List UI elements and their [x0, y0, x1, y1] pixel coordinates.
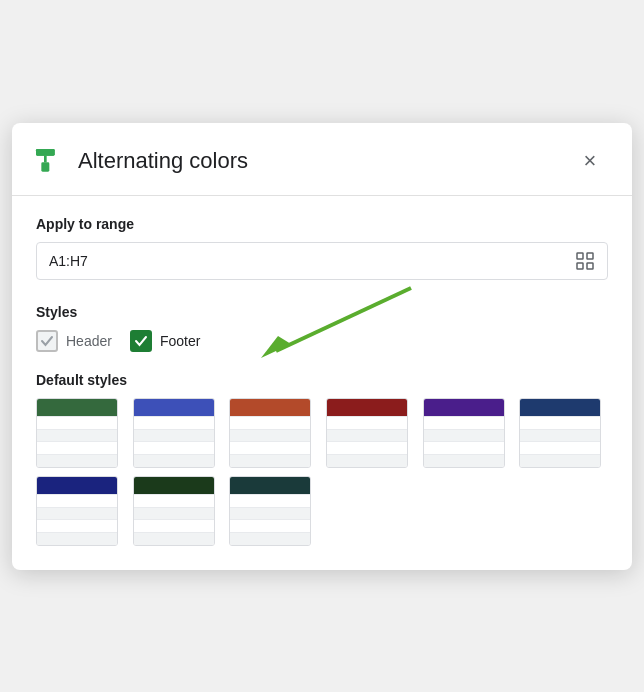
footer-checkbox[interactable] — [130, 330, 152, 352]
styles-grid-row2 — [36, 476, 608, 546]
dialog-title: Alternating colors — [78, 148, 572, 174]
svg-rect-5 — [587, 253, 593, 259]
grid-icon — [575, 251, 595, 271]
svg-rect-2 — [44, 155, 47, 162]
range-input-row — [36, 242, 608, 280]
paint-roller-icon — [32, 145, 64, 177]
header-checkbox-item[interactable]: Header — [36, 330, 112, 352]
dialog-header: Alternating colors × — [12, 123, 632, 196]
style-swatch-3[interactable] — [229, 398, 311, 468]
styles-section: Styles Header — [36, 304, 608, 352]
styles-label: Styles — [36, 304, 608, 320]
header-checkbox[interactable] — [36, 330, 58, 352]
svg-rect-6 — [577, 263, 583, 269]
style-swatch-2[interactable] — [133, 398, 215, 468]
footer-label: Footer — [160, 333, 200, 349]
svg-rect-7 — [587, 263, 593, 269]
arrow-annotation — [216, 286, 416, 370]
footer-checkbox-item[interactable]: Footer — [130, 330, 200, 352]
dialog-body: Apply to range Styles — [12, 196, 632, 570]
default-styles-section: Default styles — [36, 372, 608, 546]
default-styles-label: Default styles — [36, 372, 608, 388]
svg-rect-4 — [577, 253, 583, 259]
style-swatch-7[interactable] — [36, 476, 118, 546]
range-input[interactable] — [49, 253, 575, 269]
styles-grid-row1 — [36, 398, 608, 468]
close-button[interactable]: × — [572, 143, 608, 179]
style-swatch-5[interactable] — [423, 398, 505, 468]
style-swatch-4[interactable] — [326, 398, 408, 468]
svg-rect-3 — [41, 162, 49, 171]
checkboxes-row: Header Footer — [36, 330, 608, 352]
header-label: Header — [66, 333, 112, 349]
style-swatch-9[interactable] — [229, 476, 311, 546]
style-swatch-8[interactable] — [133, 476, 215, 546]
style-swatch-1[interactable] — [36, 398, 118, 468]
alternating-colors-dialog: Alternating colors × Apply to range Styl… — [12, 123, 632, 570]
style-swatch-6[interactable] — [519, 398, 601, 468]
svg-rect-1 — [36, 149, 55, 156]
apply-to-range-label: Apply to range — [36, 216, 608, 232]
